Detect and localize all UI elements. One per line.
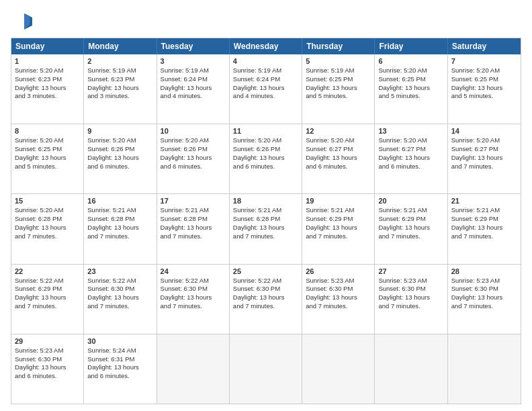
- cell-line: Sunrise: 5:22 AM: [161, 277, 226, 285]
- cell-line: Sunset: 6:26 PM: [233, 145, 298, 154]
- cell-line: and 4 minutes.: [233, 92, 298, 101]
- calendar-row: 15Sunrise: 5:20 AMSunset: 6:28 PMDayligh…: [11, 193, 521, 263]
- calendar-cell: 8Sunrise: 5:20 AMSunset: 6:25 PMDaylight…: [11, 124, 84, 193]
- calendar-cell: 16Sunrise: 5:21 AMSunset: 6:28 PMDayligh…: [84, 194, 157, 263]
- calendar-cell: 18Sunrise: 5:21 AMSunset: 6:28 PMDayligh…: [230, 194, 302, 263]
- cell-line: Sunset: 6:30 PM: [87, 285, 152, 293]
- cell-line: Daylight: 13 hours: [378, 224, 443, 232]
- cell-line: Sunset: 6:23 PM: [87, 75, 152, 84]
- cell-line: Daylight: 13 hours: [161, 154, 226, 163]
- cell-line: Sunset: 6:25 PM: [378, 75, 443, 84]
- cell-line: and 7 minutes.: [87, 302, 152, 311]
- cell-line: and 6 minutes.: [87, 372, 152, 381]
- cell-line: Sunrise: 5:22 AM: [87, 277, 152, 285]
- day-number: 27: [378, 267, 443, 275]
- cell-line: and 6 minutes.: [233, 163, 298, 171]
- cell-line: and 6 minutes.: [306, 163, 371, 171]
- calendar-cell: 30Sunrise: 5:24 AMSunset: 6:31 PMDayligh…: [84, 334, 157, 404]
- calendar-cell: 10Sunrise: 5:20 AMSunset: 6:26 PMDayligh…: [157, 124, 230, 193]
- calendar-body: 1Sunrise: 5:20 AMSunset: 6:23 PMDaylight…: [11, 54, 521, 404]
- cell-line: Daylight: 13 hours: [233, 224, 298, 232]
- cell-line: Sunset: 6:29 PM: [15, 285, 80, 293]
- day-number: 17: [161, 197, 226, 205]
- day-number: 20: [378, 197, 443, 205]
- cell-line: and 7 minutes.: [161, 302, 226, 311]
- cell-line: Daylight: 13 hours: [233, 293, 298, 302]
- calendar-cell: 21Sunrise: 5:21 AMSunset: 6:29 PMDayligh…: [448, 194, 521, 263]
- cell-line: Sunset: 6:28 PM: [161, 215, 226, 224]
- cell-line: Sunset: 6:30 PM: [15, 355, 80, 364]
- cell-line: Sunrise: 5:20 AM: [378, 136, 443, 145]
- logo: [11, 11, 35, 32]
- calendar-cell: 14Sunrise: 5:20 AMSunset: 6:27 PMDayligh…: [448, 124, 521, 193]
- day-number: 21: [451, 197, 517, 205]
- cell-line: Sunset: 6:30 PM: [233, 285, 298, 293]
- calendar-cell: 11Sunrise: 5:20 AMSunset: 6:26 PMDayligh…: [230, 124, 302, 193]
- cell-line: and 7 minutes.: [161, 232, 226, 241]
- cell-line: and 6 minutes.: [87, 163, 152, 171]
- calendar-cell: 22Sunrise: 5:22 AMSunset: 6:29 PMDayligh…: [11, 265, 84, 334]
- cell-line: Daylight: 13 hours: [306, 84, 371, 93]
- calendar-cell: 20Sunrise: 5:21 AMSunset: 6:29 PMDayligh…: [375, 194, 447, 263]
- header: [11, 11, 521, 32]
- cell-line: Sunset: 6:29 PM: [451, 215, 517, 224]
- cell-line: Sunset: 6:30 PM: [306, 285, 371, 293]
- calendar-cell: [448, 334, 521, 404]
- cell-line: Sunset: 6:24 PM: [161, 75, 226, 84]
- day-number: 26: [306, 267, 371, 275]
- day-number: 2: [87, 57, 152, 65]
- cell-line: Sunrise: 5:23 AM: [451, 277, 517, 285]
- cell-line: Daylight: 13 hours: [161, 293, 226, 302]
- day-number: 22: [15, 267, 80, 275]
- cell-line: Sunset: 6:29 PM: [306, 215, 371, 224]
- cell-line: Sunrise: 5:21 AM: [378, 206, 443, 215]
- day-number: 25: [233, 267, 298, 275]
- calendar-cell: 3Sunrise: 5:19 AMSunset: 6:24 PMDaylight…: [157, 54, 230, 124]
- cell-line: and 7 minutes.: [15, 302, 80, 311]
- cell-line: and 6 minutes.: [161, 163, 226, 171]
- calendar-cell: [375, 334, 447, 404]
- day-number: 11: [233, 127, 298, 135]
- calendar-cell: 6Sunrise: 5:20 AMSunset: 6:25 PMDaylight…: [375, 54, 447, 124]
- cell-line: Daylight: 13 hours: [15, 363, 80, 372]
- calendar-row: 22Sunrise: 5:22 AMSunset: 6:29 PMDayligh…: [11, 264, 521, 334]
- cell-line: and 6 minutes.: [15, 372, 80, 381]
- cell-line: Sunset: 6:28 PM: [87, 215, 152, 224]
- calendar: SundayMondayTuesdayWednesdayThursdayFrid…: [11, 38, 521, 404]
- cell-line: Sunrise: 5:23 AM: [306, 277, 371, 285]
- cell-line: and 3 minutes.: [15, 92, 80, 101]
- calendar-cell: 27Sunrise: 5:23 AMSunset: 6:30 PMDayligh…: [375, 265, 447, 334]
- cell-line: Sunrise: 5:20 AM: [87, 136, 152, 145]
- day-number: 28: [451, 267, 517, 275]
- cell-line: Sunset: 6:25 PM: [15, 145, 80, 154]
- cell-line: Daylight: 13 hours: [87, 363, 152, 372]
- day-number: 18: [233, 197, 298, 205]
- cell-line: Sunrise: 5:20 AM: [451, 66, 517, 75]
- calendar-cell: 15Sunrise: 5:20 AMSunset: 6:28 PMDayligh…: [11, 194, 84, 263]
- logo-icon: [11, 11, 32, 32]
- cell-line: Daylight: 13 hours: [15, 154, 80, 163]
- cell-line: Daylight: 13 hours: [233, 84, 298, 93]
- header-day-tuesday: Tuesday: [157, 38, 230, 54]
- cell-line: Sunset: 6:27 PM: [451, 145, 517, 154]
- cell-line: Daylight: 13 hours: [378, 84, 443, 93]
- cell-line: Daylight: 13 hours: [451, 293, 517, 302]
- page: SundayMondayTuesdayWednesdayThursdayFrid…: [0, 0, 532, 411]
- cell-line: and 7 minutes.: [233, 232, 298, 241]
- cell-line: Sunrise: 5:22 AM: [233, 277, 298, 285]
- calendar-cell: 25Sunrise: 5:22 AMSunset: 6:30 PMDayligh…: [230, 265, 302, 334]
- header-day-sunday: Sunday: [11, 38, 84, 54]
- calendar-cell: 26Sunrise: 5:23 AMSunset: 6:30 PMDayligh…: [302, 265, 375, 334]
- cell-line: and 7 minutes.: [451, 302, 517, 311]
- calendar-cell: [302, 334, 375, 404]
- cell-line: Sunrise: 5:19 AM: [87, 66, 152, 75]
- cell-line: Sunset: 6:28 PM: [233, 215, 298, 224]
- calendar-cell: [157, 334, 230, 404]
- header-day-wednesday: Wednesday: [230, 38, 302, 54]
- cell-line: Sunrise: 5:19 AM: [306, 66, 371, 75]
- calendar-cell: 9Sunrise: 5:20 AMSunset: 6:26 PMDaylight…: [84, 124, 157, 193]
- day-number: 14: [451, 127, 517, 135]
- calendar-cell: 12Sunrise: 5:20 AMSunset: 6:27 PMDayligh…: [302, 124, 375, 193]
- cell-line: Sunrise: 5:20 AM: [378, 66, 443, 75]
- cell-line: Daylight: 13 hours: [306, 224, 371, 232]
